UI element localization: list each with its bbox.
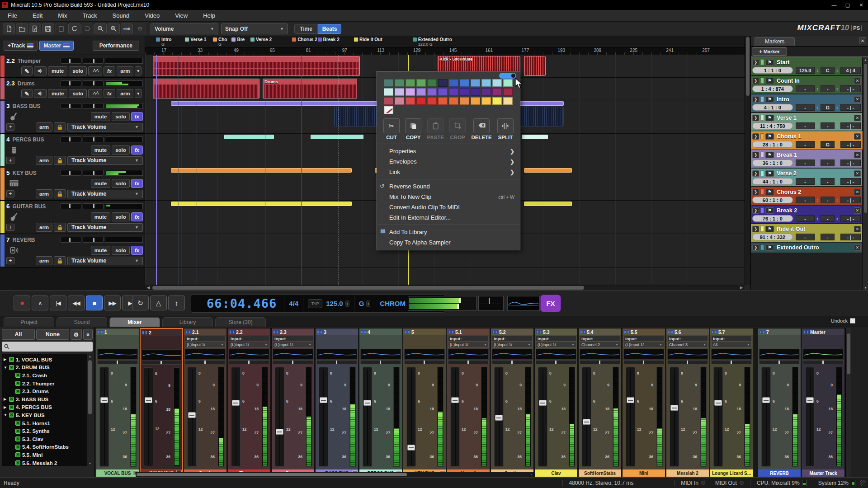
audio-clip[interactable] xyxy=(171,202,352,206)
expand-track-button[interactable]: + xyxy=(6,224,14,231)
color-swatch[interactable] xyxy=(406,88,415,96)
collapse-icon[interactable]: ▼ xyxy=(4,413,9,417)
key-spinner[interactable]: ▲▼ xyxy=(835,160,839,166)
channel-strip-5.2[interactable]: 5.2Input:(L)Input 1/▼06129182736Synths xyxy=(491,328,534,477)
eq-curve-display[interactable] xyxy=(97,349,138,360)
color-swatch[interactable] xyxy=(395,79,404,87)
color-swatch[interactable] xyxy=(406,79,415,87)
menu-mix[interactable]: Mix xyxy=(50,10,75,21)
marker-row-verse-1[interactable]: ❯⚑Verse 1✕11 : 4 : 750-▲▼-▲▼- | - xyxy=(751,113,862,131)
track-row-3[interactable]: 3BASS BUSmutesolofx+armTrack Volume▼ xyxy=(0,100,145,134)
eq-curve-display[interactable] xyxy=(667,349,708,360)
markers-scrollbar[interactable]: ▲ ▼ xyxy=(863,57,868,290)
marker-signature[interactable]: - | - xyxy=(840,104,861,111)
track-visible-checkbox[interactable]: ✕ xyxy=(15,429,20,434)
record-button[interactable]: ● xyxy=(14,296,30,310)
punch-button[interactable]: ∧ xyxy=(32,296,48,310)
track-row-6[interactable]: 6GUITAR BUSmutesolofx+armTrack Volume▼ xyxy=(0,201,145,234)
marker-delete-button[interactable]: ✕ xyxy=(854,78,861,84)
pan-slider[interactable] xyxy=(623,360,664,364)
marker-delete-button[interactable]: ✕ xyxy=(854,207,861,214)
tempo-spinner[interactable]: ▲▼ xyxy=(815,215,819,222)
eq-curve-display[interactable] xyxy=(623,349,664,360)
marker-delete-button[interactable]: ✕ xyxy=(854,189,861,195)
rewind-button[interactable]: ◀◀ xyxy=(68,296,85,310)
marker-key[interactable]: - xyxy=(821,215,835,222)
open-project-button[interactable] xyxy=(16,23,28,34)
audio-clip[interactable] xyxy=(311,135,363,139)
tree-item-5-1-horns1[interactable]: ✕5.1. Horns1 xyxy=(4,419,86,427)
cut-action[interactable]: ✂CUT xyxy=(383,118,400,140)
menu-item-envelopes[interactable]: Envelopes❯ xyxy=(377,156,520,167)
audio-clip[interactable] xyxy=(224,135,274,139)
pan-slider[interactable] xyxy=(536,360,576,364)
marker-color-chip[interactable] xyxy=(760,96,764,102)
midi-button[interactable]: midi xyxy=(121,23,133,34)
mixer-vertical-scrollbar[interactable] xyxy=(845,328,851,477)
marker-signature[interactable]: - | - xyxy=(840,234,861,240)
pan-slider[interactable] xyxy=(711,360,752,364)
color-swatch[interactable] xyxy=(481,79,491,87)
marker-time[interactable]: 28 : 1 : 0 xyxy=(752,141,793,148)
track-visible-checkbox[interactable]: ✕ xyxy=(9,405,14,410)
tree-item-2-3-drums[interactable]: ✕2.3. Drums xyxy=(4,387,86,395)
menu-item-convert-audio-clip-to-midi[interactable]: Convert Audio Clip To MIDI xyxy=(377,202,520,212)
eq-curve-display[interactable] xyxy=(404,349,445,360)
channel-strip-5.1[interactable]: 5.1Input:(L)Input 1/▼06129182736Horns1 xyxy=(447,328,490,477)
scale-mode-value[interactable]: CHROM xyxy=(380,300,406,307)
menu-pin-toggle[interactable] xyxy=(499,73,516,79)
marker-tempo[interactable]: - xyxy=(796,178,815,185)
track-row-2.2[interactable]: 2.2Thumper✎mutesolofxarm▾ xyxy=(0,55,145,78)
marker-flag-icon[interactable]: ⚑ xyxy=(765,152,774,158)
marker-name[interactable]: Ride it Out xyxy=(777,226,854,232)
marker-delete-button[interactable]: ✕ xyxy=(854,96,861,103)
marker-tempo[interactable]: - xyxy=(796,141,815,148)
track-visible-checkbox[interactable]: ✕ xyxy=(15,389,20,394)
channel-strip-2.1[interactable]: 2.1Input:(L)Input 1/▼06129182736Crash xyxy=(184,328,227,477)
track-slider[interactable] xyxy=(61,136,81,142)
import-audio-button[interactable] xyxy=(29,23,41,34)
marker-signature[interactable]: 4 | 4 xyxy=(840,67,861,74)
marker-key[interactable]: C xyxy=(821,67,835,74)
automation-param-select[interactable]: Track Volume▼ xyxy=(67,223,143,232)
tempo-spinner[interactable]: ▲▼ xyxy=(815,197,819,203)
track-slider[interactable] xyxy=(83,103,104,109)
track-color-strip[interactable] xyxy=(0,56,5,77)
pan-slider[interactable] xyxy=(492,360,533,364)
eq-curve-display[interactable] xyxy=(492,349,533,360)
marker-row-break-2[interactable]: ❯⚑Break 2✕76 : 1 : 0-▲▼-▲▼- | - xyxy=(751,206,862,223)
timeline-horizontal-scrollbar[interactable]: ◀ ▶ xyxy=(145,285,745,290)
volume-fader[interactable] xyxy=(144,367,153,466)
input-select[interactable]: (L)Input 1/▼ xyxy=(229,342,269,347)
marker-key[interactable]: - xyxy=(821,234,835,240)
pan-slider[interactable] xyxy=(185,360,226,364)
eq-curve-display[interactable] xyxy=(316,349,357,360)
marker-expand-button[interactable]: ❯ xyxy=(752,244,759,251)
no-color-swatch[interactable] xyxy=(384,106,393,114)
fx-button[interactable]: fx xyxy=(104,66,115,75)
tempo-spinner[interactable]: ▲▼ xyxy=(815,141,819,148)
menu-item-add-to-library[interactable]: Add To Library xyxy=(377,227,520,237)
fader-handle[interactable] xyxy=(806,397,814,403)
marker-tempo[interactable]: - xyxy=(796,215,815,222)
timeline-marker-break-2[interactable]: Break 2 xyxy=(318,37,340,42)
color-swatch[interactable] xyxy=(416,88,426,96)
input-select[interactable]: (L)Input 1/▼ xyxy=(623,342,664,347)
marker-expand-button[interactable]: ❯ xyxy=(752,170,759,177)
marker-color-chip[interactable] xyxy=(760,226,764,232)
marker-flag-icon[interactable]: ⚑ xyxy=(765,78,774,84)
expand-track-button[interactable]: + xyxy=(6,257,14,264)
channel-strip-1[interactable]: 106129182736VOCAL BUS+ xyxy=(96,328,139,477)
marker-delete-button[interactable]: ✕ xyxy=(854,133,861,140)
track-slider[interactable] xyxy=(83,58,104,64)
tree-item-2-2-thumper[interactable]: ✕2.2. Thumper xyxy=(4,380,86,388)
marker-name[interactable]: Count In xyxy=(777,78,854,84)
color-swatch[interactable] xyxy=(471,88,480,96)
fader-handle[interactable] xyxy=(583,419,590,425)
channel-strip-master[interactable]: Master06129182736Master Track xyxy=(802,328,845,477)
volume-fader[interactable] xyxy=(187,367,197,467)
color-swatch[interactable] xyxy=(384,79,393,87)
delete-action[interactable]: DELETE xyxy=(471,118,491,140)
pan-slider[interactable] xyxy=(803,360,844,364)
marker-name[interactable]: Break 1 xyxy=(777,152,854,158)
